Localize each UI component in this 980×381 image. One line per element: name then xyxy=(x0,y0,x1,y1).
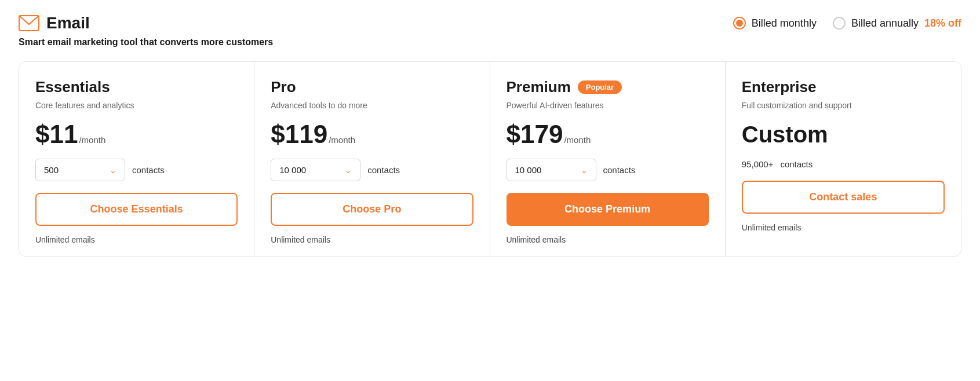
plan-enterprise-name-row: Enterprise xyxy=(742,78,945,96)
choose-pro-button[interactable]: Choose Pro xyxy=(271,193,473,226)
plan-premium-name: Premium xyxy=(507,78,571,96)
billing-monthly-label: Billed monthly xyxy=(752,17,817,30)
plan-pro-desc: Advanced tools to do more xyxy=(271,101,473,112)
plan-essentials-price: $11 /month xyxy=(35,122,238,147)
plan-premium-name-row: Premium Popular xyxy=(507,78,709,96)
billing-annually-label: Billed annually xyxy=(851,17,919,30)
page-header: Email Billed monthly Billed annually 18%… xyxy=(19,14,961,32)
billing-annually-discount: 18% off xyxy=(924,17,961,30)
billing-monthly-radio[interactable] xyxy=(733,17,746,30)
chevron-down-icon: ⌄ xyxy=(110,166,116,175)
plan-premium-contacts-dropdown[interactable]: 10 000 ⌄ xyxy=(507,159,596,181)
plan-premium-desc: Powerful AI-driven features xyxy=(507,101,709,112)
chevron-down-icon: ⌄ xyxy=(345,166,352,175)
app-title: Email xyxy=(46,14,90,32)
plan-pro-name-row: Pro xyxy=(271,78,473,96)
plan-essentials-period: /month xyxy=(79,135,105,145)
billing-monthly-radio-dot xyxy=(736,20,743,27)
billing-toggle[interactable]: Billed monthly Billed annually 18% off xyxy=(733,17,961,30)
plan-enterprise-price: Custom xyxy=(742,122,945,148)
billing-monthly-option[interactable]: Billed monthly xyxy=(733,17,817,30)
plan-enterprise-unlimited: Unlimited emails xyxy=(742,223,945,232)
plan-premium-price: $179 /month xyxy=(507,122,709,147)
plan-essentials-amount: $11 xyxy=(35,122,78,147)
plan-enterprise-desc: Full customization and support xyxy=(742,101,945,112)
plan-essentials-name-row: Essentials xyxy=(35,78,238,96)
plan-essentials: Essentials Core features and analytics $… xyxy=(19,62,254,256)
plan-essentials-contacts-dropdown[interactable]: 500 ⌄ xyxy=(35,159,125,181)
plan-premium-unlimited: Unlimited emails xyxy=(507,235,709,244)
plan-premium: Premium Popular Powerful AI-driven featu… xyxy=(490,62,726,256)
plan-premium-contacts-selector[interactable]: 10 000 ⌄ contacts xyxy=(507,159,709,181)
plan-essentials-contacts-selector[interactable]: 500 ⌄ contacts xyxy=(35,159,238,181)
chevron-down-icon: ⌄ xyxy=(581,166,588,175)
billing-annually-option[interactable]: Billed annually 18% off xyxy=(833,17,961,30)
plan-premium-period: /month xyxy=(564,135,591,145)
plans-grid: Essentials Core features and analytics $… xyxy=(19,61,961,257)
choose-essentials-button[interactable]: Choose Essentials xyxy=(35,193,238,226)
plan-pro-price: $119 /month xyxy=(271,122,473,147)
plan-pro-contacts-label: contacts xyxy=(367,165,400,175)
plan-essentials-contacts-value: 500 xyxy=(44,165,59,175)
email-envelope-icon xyxy=(19,15,39,31)
plan-enterprise-contacts-value: 95,000+ xyxy=(742,159,774,169)
plan-pro-contacts-value: 10 000 xyxy=(279,165,306,175)
plan-pro-contacts-selector[interactable]: 10 000 ⌄ contacts xyxy=(271,159,473,181)
plan-enterprise-amount: Custom xyxy=(742,122,828,148)
plan-essentials-name: Essentials xyxy=(35,78,110,96)
plan-pro-contacts-dropdown[interactable]: 10 000 ⌄ xyxy=(271,159,360,181)
brand-title: Email xyxy=(19,14,90,32)
plan-enterprise-contacts-selector: 95,000+ contacts xyxy=(742,159,945,169)
plan-enterprise-contacts-label: contacts xyxy=(780,159,813,169)
plan-essentials-contacts-label: contacts xyxy=(132,165,165,175)
popular-badge: Popular xyxy=(578,80,622,94)
page-subtitle: Smart email marketing tool that converts… xyxy=(19,37,961,47)
billing-annually-radio[interactable] xyxy=(833,17,846,30)
plan-essentials-unlimited: Unlimited emails xyxy=(35,235,238,244)
plan-pro-amount: $119 xyxy=(271,122,327,147)
choose-premium-button[interactable]: Choose Premium xyxy=(507,193,709,226)
plan-enterprise: Enterprise Full customization and suppor… xyxy=(726,62,961,256)
plan-essentials-desc: Core features and analytics xyxy=(35,101,238,112)
plan-pro-unlimited: Unlimited emails xyxy=(271,235,473,244)
plan-premium-contacts-label: contacts xyxy=(603,165,636,175)
plan-pro: Pro Advanced tools to do more $119 /mont… xyxy=(254,62,490,256)
plan-premium-amount: $179 xyxy=(507,122,563,147)
plan-premium-contacts-value: 10 000 xyxy=(515,165,542,175)
plan-pro-period: /month xyxy=(329,135,355,145)
plan-enterprise-name: Enterprise xyxy=(742,78,817,96)
plan-pro-name: Pro xyxy=(271,78,296,96)
contact-sales-button[interactable]: Contact sales xyxy=(742,181,945,214)
